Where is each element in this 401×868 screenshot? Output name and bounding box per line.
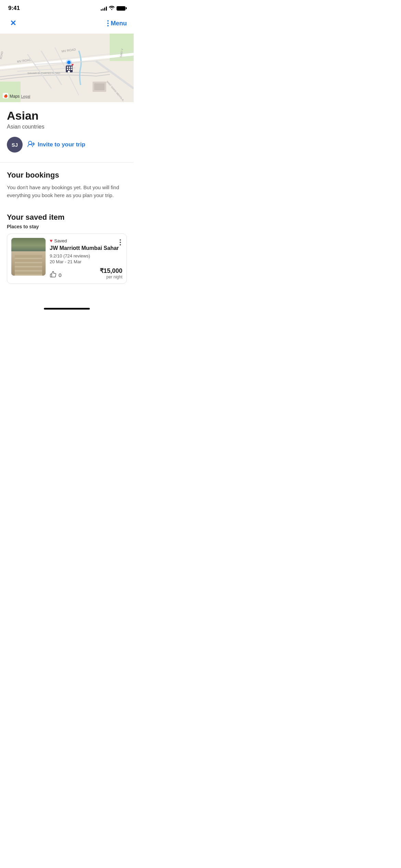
saved-section: Your saved item Places to stay ♥ Saved J…	[0, 213, 134, 291]
svg-rect-21	[67, 69, 68, 70]
saved-title: Your saved item	[7, 213, 127, 222]
thumbs-up-icon	[50, 271, 57, 279]
bookings-empty-message: You don't have any bookings yet. But you…	[7, 184, 127, 199]
svg-rect-23	[71, 69, 72, 70]
svg-rect-22	[69, 69, 70, 70]
svg-point-27	[66, 59, 72, 65]
price-section: ₹15,000 per night	[100, 267, 122, 279]
svg-rect-24	[68, 71, 70, 72]
status-bar: 9:41	[0, 0, 134, 14]
hotel-info: ♥ Saved JW Marriott Mumbai Sahar 9.2/10 …	[50, 238, 122, 279]
status-icons	[101, 5, 125, 11]
home-bar	[44, 308, 90, 310]
like-count: 0	[59, 272, 61, 278]
heart-saved-icon: ♥	[50, 238, 52, 243]
signal-icon	[101, 6, 107, 11]
apple-maps-icon: 🍎	[3, 93, 8, 99]
price-amount: ₹15,000	[100, 267, 122, 275]
saved-badge: ♥ Saved	[50, 238, 122, 243]
more-options-button[interactable]	[118, 238, 122, 247]
main-content: Asian Asian countries SJ Invite to your …	[0, 102, 134, 199]
divider	[0, 162, 134, 162]
trip-title: Asian	[7, 109, 127, 122]
close-icon: ✕	[10, 20, 16, 27]
top-nav: ✕ Menu	[0, 14, 134, 34]
invite-button[interactable]: Invite to your trip	[27, 141, 85, 149]
map-view[interactable]: MV ROAD MV ROAD SAHAR ELEVATED ROAD SANT…	[0, 34, 134, 102]
battery-icon	[117, 6, 125, 11]
menu-label: Menu	[111, 20, 127, 27]
bookings-title: Your bookings	[7, 171, 127, 180]
svg-rect-29	[94, 83, 105, 90]
status-time: 9:41	[8, 5, 20, 12]
user-avatar: SJ	[7, 137, 23, 153]
hotel-footer: 0 ₹15,000 per night	[50, 267, 122, 279]
maps-credit: 🍎 Maps Legal	[3, 93, 30, 99]
maps-label: Maps	[10, 94, 20, 99]
like-section[interactable]: 0	[50, 271, 61, 279]
invite-label: Invite to your trip	[38, 141, 85, 148]
add-person-icon	[27, 141, 35, 149]
price-suffix: per night	[100, 275, 122, 279]
svg-text:🍎: 🍎	[4, 94, 8, 98]
svg-rect-19	[69, 67, 70, 68]
menu-button[interactable]: Menu	[107, 20, 127, 27]
wifi-icon	[109, 5, 114, 11]
svg-rect-18	[67, 67, 68, 68]
hotel-rating: 9.2/10 (724 reviews)	[50, 253, 122, 258]
invite-row: SJ Invite to your trip	[7, 137, 127, 153]
hotel-card[interactable]: ♥ Saved JW Marriott Mumbai Sahar 9.2/10 …	[7, 233, 127, 284]
trip-subtitle: Asian countries	[7, 124, 127, 130]
home-indicator	[0, 301, 134, 313]
close-button[interactable]: ✕	[7, 17, 19, 29]
places-to-stay-label: Places to stay	[7, 224, 127, 229]
hotel-name: JW Marriott Mumbai Sahar	[50, 245, 122, 252]
hotel-image	[11, 238, 46, 276]
legal-link[interactable]: Legal	[21, 94, 30, 98]
hotel-dates: 20 Mar - 21 Mar	[50, 259, 122, 264]
more-dots-icon	[107, 20, 109, 26]
saved-label: Saved	[54, 238, 67, 243]
